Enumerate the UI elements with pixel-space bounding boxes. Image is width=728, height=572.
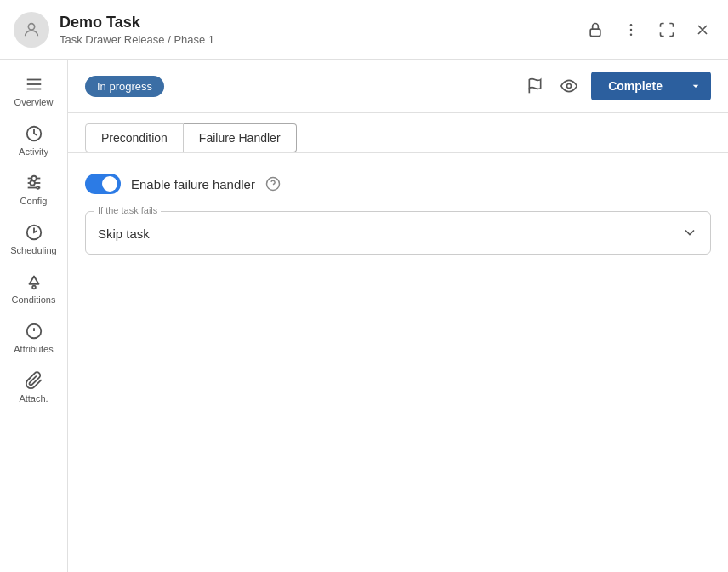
sidebar-attributes-label: Attributes: [14, 344, 53, 354]
sidebar-item-config[interactable]: Config: [0, 165, 67, 214]
status-badge: In progress: [85, 76, 164, 97]
sidebar: Overview Activity: [0, 60, 68, 572]
svg-rect-1: [590, 29, 600, 36]
close-button[interactable]: [691, 18, 714, 42]
task-fail-dropdown-group: If the task fails Skip task: [85, 211, 711, 255]
breadcrumb: Task Drawer Release / Phase 1: [60, 33, 583, 46]
complete-dropdown-button[interactable]: [680, 72, 711, 100]
sidebar-item-attributes[interactable]: Attributes: [0, 313, 67, 363]
svg-point-14: [30, 180, 35, 186]
sidebar-overview-label: Overview: [14, 97, 54, 107]
failure-handler-content: Enable failure handler If the task fails…: [68, 153, 728, 572]
user-avatar: [14, 12, 49, 48]
svg-point-25: [567, 84, 572, 89]
complete-button-group: Complete: [591, 72, 711, 100]
svg-point-0: [28, 23, 34, 29]
tabs: Precondition Failure Handler: [68, 113, 728, 153]
svg-point-20: [32, 286, 36, 289]
sidebar-attach-label: Attach.: [19, 393, 48, 403]
svg-point-3: [630, 28, 633, 31]
sidebar-item-attach[interactable]: Attach.: [0, 363, 67, 412]
header-title: Demo Task Task Drawer Release / Phase 1: [60, 14, 583, 46]
task-name: Demo Task: [60, 14, 583, 31]
sidebar-conditions-label: Conditions: [12, 295, 56, 305]
chevron-down-icon: [681, 224, 698, 243]
sidebar-activity-label: Activity: [19, 146, 48, 157]
lock-button[interactable]: [583, 18, 607, 42]
task-fail-legend: If the task fails: [94, 205, 161, 215]
complete-button[interactable]: Complete: [591, 72, 680, 100]
svg-point-17: [37, 186, 39, 189]
task-fail-value: Skip task: [98, 226, 150, 241]
sidebar-scheduling-label: Scheduling: [10, 245, 56, 255]
toolbar: In progress Complete: [68, 60, 728, 113]
main-content: In progress Complete: [68, 60, 728, 572]
svg-point-2: [630, 23, 633, 26]
tab-failure-handler[interactable]: Failure Handler: [184, 123, 297, 152]
sidebar-item-activity[interactable]: Activity: [0, 116, 67, 165]
task-fail-select[interactable]: Skip task: [98, 219, 698, 243]
expand-button[interactable]: [655, 18, 679, 42]
svg-point-4: [630, 33, 633, 36]
enable-failure-handler-row: Enable failure handler: [85, 174, 711, 194]
flag-button[interactable]: [523, 74, 547, 98]
watch-button[interactable]: [557, 74, 581, 98]
sidebar-item-conditions[interactable]: Conditions: [0, 264, 67, 313]
enable-failure-handler-label: Enable failure handler: [131, 177, 255, 192]
more-options-button[interactable]: [619, 18, 643, 42]
sidebar-config-label: Config: [20, 196, 48, 206]
sidebar-item-overview[interactable]: Overview: [0, 66, 67, 116]
help-icon[interactable]: [265, 176, 281, 192]
enable-failure-handler-toggle[interactable]: [85, 174, 121, 194]
sidebar-item-scheduling[interactable]: Scheduling: [0, 214, 67, 264]
tab-precondition[interactable]: Precondition: [85, 123, 184, 152]
